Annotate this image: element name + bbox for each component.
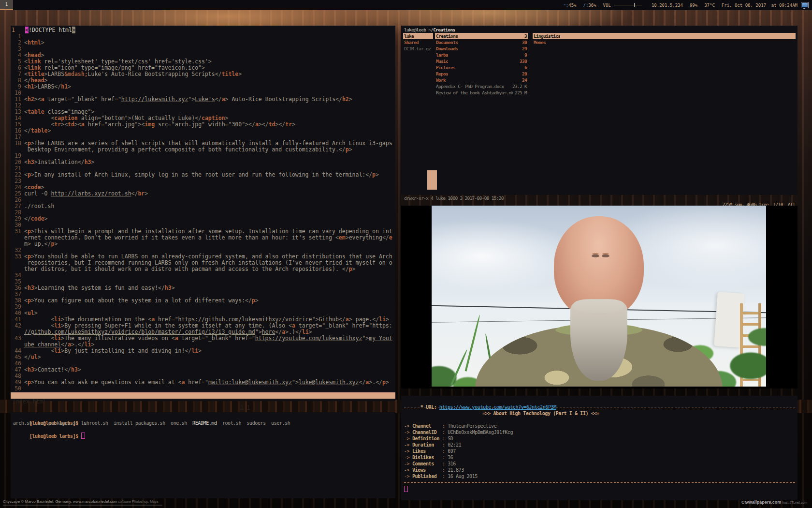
metadata-value: 316 — [448, 461, 456, 466]
metadata-row: -> Likes: 697 — [401, 448, 798, 454]
editor-line: 22<p>In any install of Arch Linux, simpl… — [11, 172, 395, 178]
metadata-row: -> ChannelID: UChBsOxskMpDmBAsgJ91fKcg — [401, 429, 798, 435]
line-number: 31 — [11, 228, 24, 235]
video-url-link[interactable]: https://www.youtube.com/watch?v=6Jntc2n6… — [439, 404, 556, 410]
video-player-window[interactable] — [401, 206, 798, 388]
metadata-label: Comments — [412, 461, 442, 467]
metadata-row: -> Views: 21,873 — [401, 467, 798, 473]
directory-row[interactable]: luke — [403, 33, 433, 39]
editor-line: 50 — [11, 386, 395, 392]
editor-line: 1<!DOCTYPE html> — [11, 27, 395, 33]
metadata-value: ThuleanPerspective — [448, 423, 496, 429]
directory-row[interactable]: larbs9 — [435, 52, 528, 58]
file-row[interactable]: DCIM.tar.gz — [403, 45, 433, 52]
line-text: </table> — [24, 128, 51, 134]
editor-line: 23 — [11, 178, 395, 184]
entry-name: Pictures — [436, 64, 455, 71]
directory-row[interactable]: Documents30 — [435, 39, 528, 45]
file-row[interactable]: Appendix C- PhD Program.docx23.2 K — [435, 83, 528, 90]
editor-line: 29</code> — [11, 216, 395, 222]
url-label: * URL: — [420, 404, 437, 410]
entry-name: Creations — [436, 33, 458, 39]
metadata-label: Likes — [412, 448, 442, 454]
cpu-icon: /: — [583, 3, 589, 8]
cpu-value: 36% — [588, 3, 596, 8]
vim-terminal-window: 1<!DOCTYPE html>12<html>34<head>5<link r… — [11, 26, 395, 401]
top-bar: 1 ⁿ:45% /:36% VOL 10.201.5.234 99% 37°C … — [0, 0, 812, 10]
editor-line: 47<h3>Contact!</h3> — [11, 367, 395, 373]
entry-name: Linguistics — [534, 33, 560, 39]
entry-name: Downloads — [436, 45, 458, 52]
editor-line: 45</ul> — [11, 354, 395, 360]
editor-line: 9<h1>LARBS</h1> — [11, 84, 395, 90]
directory-row[interactable]: Linguistics — [533, 33, 796, 39]
metadata-row: -> Published: 16 Aug 2015 — [401, 473, 798, 479]
editor-buffer[interactable]: 1<!DOCTYPE html>12<html>34<head>5<link r… — [11, 27, 395, 392]
file-name: arch.sh — [13, 420, 32, 426]
editor-line: 49<p>You can also ask me questions via e… — [11, 379, 395, 386]
metadata-value: SD — [448, 436, 453, 441]
video-frame[interactable] — [432, 206, 766, 387]
directory-row[interactable]: Creations3 — [435, 33, 528, 39]
video-url-line: * URL: https://www.youtube.com/watch?v=6… — [401, 398, 798, 404]
entry-name: Work — [436, 77, 446, 83]
editor-line: ther distros, but it should work on a di… — [11, 266, 395, 272]
shell-input-line[interactable]: [luke@leeb larbs]$ — [11, 426, 395, 433]
directory-row[interactable]: Shared — [403, 39, 433, 45]
file-permissions: drwxr-xr-x 4 luke 1000 3 2017-08-08 15:2… — [404, 195, 504, 201]
file-row[interactable]: Review of the book Ashtadhya~.mkv225 M — [435, 90, 528, 96]
metadata-row: -> Channel: ThuleanPerspective — [401, 423, 798, 429]
ranger-user-host: luke@leeb — [404, 27, 428, 32]
line-text: </code> — [24, 216, 48, 222]
file-name: README.md — [192, 420, 217, 426]
line-number: 42 — [11, 323, 24, 329]
directory-row[interactable]: Repos20 — [435, 71, 528, 77]
terminal-cursor — [404, 486, 408, 492]
memory-icon: ⁿ: — [563, 3, 568, 8]
entry-size: 29 — [520, 45, 527, 52]
video-metadata: -> Channel: ThuleanPerspective-> Channel… — [401, 423, 798, 479]
line-number: 2 — [11, 40, 24, 46]
ranger-parent-column: lukeSharedDCIM.tar.gz — [403, 33, 433, 52]
file-name: root.sh — [222, 420, 241, 426]
workspace-tag[interactable]: 1 — [0, 0, 13, 10]
metadata-value: UChBsOxskMpDmBAsgJ91fKcg — [448, 430, 513, 435]
file-name: aur_packages.sh — [38, 420, 78, 426]
metadata-label: Duration — [412, 442, 442, 448]
terminal-cursor — [81, 433, 85, 439]
editor-line: 11<h2><a target="_blank" href="http://lu… — [11, 96, 395, 103]
volume-slider[interactable] — [614, 2, 642, 8]
entry-name: Repos — [436, 71, 448, 77]
directory-row[interactable]: Music330 — [435, 58, 528, 64]
line-text: m> up.</p> — [24, 241, 58, 247]
editor-line: m> up.</p> — [11, 241, 395, 247]
memory-value: 45% — [568, 3, 576, 8]
file-name: chroot.sh — [84, 420, 108, 426]
entry-size: 6 — [522, 64, 527, 71]
directory-row[interactable]: Memes — [533, 39, 796, 45]
info-input-line[interactable] — [401, 486, 798, 492]
line-text: <!DOCTYPE html> — [25, 27, 75, 33]
line-number: 43 — [11, 335, 24, 342]
line-number: 1 — [11, 33, 24, 40]
line-text: <li>By just installing it and diving in!… — [24, 348, 202, 354]
line-number: 18 — [11, 140, 24, 147]
volume-thumb[interactable] — [634, 3, 635, 7]
editor-line: 1 — [11, 33, 395, 40]
filename: index.html — [13, 399, 46, 405]
entry-name: Documents — [436, 39, 458, 45]
entry-name: Music — [436, 58, 448, 64]
metadata-row: -> Comments: 316 — [401, 461, 798, 467]
eye — [602, 254, 609, 257]
shell-terminal-window[interactable]: [luke@leeb larbs]$ ls arch.sh aur_packag… — [11, 412, 395, 498]
clock: Fri, Oct 06, 2017 at 09:24AM — [722, 3, 798, 8]
video-info-window: * URL: https://www.youtube.com/watch?v=6… — [401, 396, 798, 500]
systray-monitor-icon[interactable] — [801, 2, 809, 8]
directory-row[interactable]: Work24 — [435, 77, 528, 83]
ranger-path-prefix: ~/ — [428, 27, 433, 32]
directory-row[interactable]: Downloads29 — [435, 45, 528, 52]
directory-row[interactable]: Pictures6 — [435, 64, 528, 71]
line-number: 5 — [11, 59, 24, 65]
line-text: ./root.sh — [24, 203, 54, 209]
metadata-label: Channel — [412, 423, 442, 429]
